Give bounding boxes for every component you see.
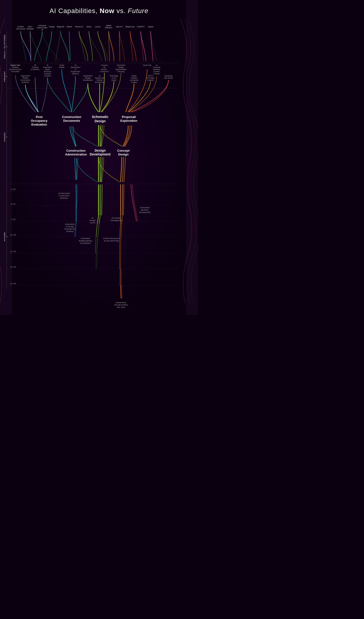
svg-text:2D Image: 2D Image [147,77,154,79]
svg-text:10 YR: 10 YR [10,234,16,236]
svg-text:AI: AI [99,75,100,77]
svg-text:Documents: Documents [63,119,80,123]
main-title: AI Capabilities, Now vs. Future [0,7,198,15]
svg-text:Drawing: Drawing [44,73,51,75]
svg-text:Reality: Reality [85,77,91,79]
svg-text:13 YR: 13 YR [10,250,16,253]
svg-text:Atom: Atom [28,26,32,28]
svg-text:Visualization: Visualization [83,79,93,81]
svg-text:AI-Automated: AI-Automated [58,192,70,194]
svg-text:Simulation: Simulation [11,70,19,73]
svg-text:iteration: iteration [131,77,137,79]
svg-text:Connect: Connect [101,64,108,66]
svg-text:Planning: Planning [117,70,124,73]
svg-text:Printing: Printing [32,66,38,68]
svg-text:& Robotics: & Robotics [31,68,40,70]
svg-text:TOOLS + PLATFORMS: TOOLS + PLATFORMS [3,35,6,59]
svg-text:Monitoring and: Monitoring and [10,68,21,70]
svg-text:Construction: Construction [67,149,86,152]
svg-text:Stable: Stable [106,25,112,27]
svg-text:Construction: Construction [59,195,70,197]
svg-text:Generative: Generative [117,64,126,66]
svg-point-142 [6,236,7,237]
svg-text:with Words: with Words [164,77,173,79]
svg-text:Rapid: Rapid [132,75,137,77]
svg-text:Creation: Creation [44,75,51,77]
svg-text:Narrative: Narrative [153,68,160,70]
svg-text:Aircraft Enabled: Aircraft Enabled [114,304,128,306]
svg-text:FUTURE: FUTURE [3,232,6,241]
svg-text:Site Visits: Site Visits [117,306,125,308]
svg-text:Systems: Systems [72,73,79,75]
svg-text:Autodesk: Autodesk [38,25,46,27]
svg-text:Automation: Automation [65,223,75,225]
svg-text:Proposal: Proposal [153,66,160,68]
svg-text:Concept: Concept [117,149,130,152]
svg-text:Creation: Creation [147,79,154,81]
main-diagram: NVIDIA Omniverse Atom Headset Autodesk S… [0,18,198,315]
svg-text:Dall-E 2: Dall-E 2 [116,26,123,28]
svg-text:of Design: of Design [66,225,74,228]
svg-text:Midjourney: Midjourney [125,26,135,28]
svg-text:4 YR: 4 YR [11,203,15,205]
svg-text:AI Contract: AI Contract [111,217,121,219]
svg-text:Design: Design [95,149,106,152]
svg-text:PRESENT: PRESENT [3,71,6,82]
main-container: AI Capabilities, Now vs. Future [0,0,198,315]
svg-text:Technical: Technical [44,70,51,73]
svg-text:Interior AI: Interior AI [75,26,83,28]
svg-text:Design: Design [90,219,96,222]
svg-text:Guidance: Guidance [22,81,29,83]
svg-text:Schematic: Schematic [92,115,109,119]
svg-text:1 YR: 1 YR [11,188,15,191]
svg-text:Rapid: Rapid [45,68,50,70]
svg-text:Development: Development [90,152,111,156]
svg-text:Automated: Automated [81,237,90,239]
svg-text:Design: Design [95,119,106,123]
svg-text:Reality: Reality [23,77,28,79]
svg-text:Construction: Construction [20,79,30,81]
svg-text:Omniverse: Omniverse [16,28,25,30]
svg-text:Augmented: Augmented [83,75,92,77]
svg-text:AI Law and Policy: AI Law and Policy [104,240,119,242]
svg-text:testing: testing [131,81,137,83]
svg-text:(Robotic): (Robotic) [66,230,74,232]
svg-text:Occupancy: Occupancy [31,119,48,123]
title-vs: vs. [114,7,128,14]
svg-text:Jasper: Jasper [148,26,154,28]
svg-point-133 [6,46,7,47]
svg-text:Development: Development [139,211,151,213]
svg-text:conceptual: conceptual [130,79,139,81]
svg-text:3D: 3D [103,66,106,68]
svg-text:Space/Master: Space/Master [115,68,127,70]
svg-text:Reality: Reality [59,66,65,68]
svg-text:Text/Image: Text/Image [110,75,118,77]
svg-text:(Robotic): (Robotic) [60,197,68,199]
svg-text:Augmented: Augmented [21,75,30,77]
svg-text:AI: AI [91,217,94,219]
svg-text:Spacemaker: Spacemaker [37,27,48,29]
svg-text:AI: AI [156,64,157,66]
svg-text:Magic3D: Magic3D [57,26,64,28]
svg-text:Autonomous: Autonomous [115,301,126,304]
svg-text:Construction: Construction [62,115,81,119]
svg-text:AI: AI [41,29,43,31]
svg-text:16 YR: 16 YR [10,266,16,268]
svg-text:Maket: Maket [67,26,72,28]
title-bold: Now [100,7,114,14]
svg-text:Virtual: Virtual [59,64,64,66]
svg-text:Dreaming: Dreaming [165,75,172,77]
svg-text:Post: Post [36,115,43,119]
svg-text:Building: Building [12,66,19,68]
svg-text:NVIDIA: NVIDIA [17,26,24,28]
svg-text:of: of [75,68,76,70]
svg-text:PHASES: PHASES [3,132,6,142]
svg-text:Exploration: Exploration [120,119,137,123]
svg-text:AI Risk Assessment: AI Risk Assessment [103,237,120,239]
svg-text:AI: AI [46,64,48,66]
svg-text:Smart City: Smart City [143,64,151,66]
svg-text:Headset: Headset [27,28,34,30]
svg-text:Content: Content [154,70,160,73]
svg-text:AI-Assisted: AI-Assisted [140,207,150,209]
svg-text:to 3D: to 3D [112,77,116,79]
